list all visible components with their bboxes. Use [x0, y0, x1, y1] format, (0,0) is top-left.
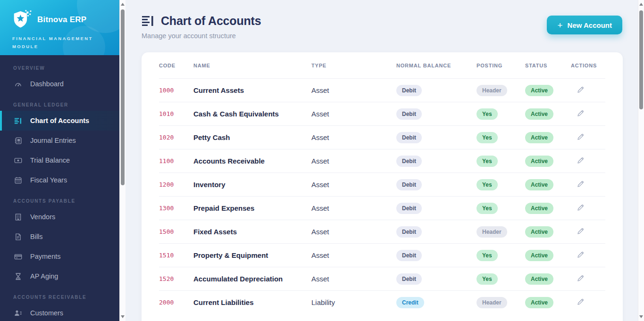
page-scrollbar-thumb[interactable] — [639, 10, 643, 109]
table-row: 2000 Current Liabilities Liability Credi… — [159, 290, 605, 314]
account-name: Accounts Receivable — [193, 157, 311, 165]
sidebar-item-chart-of-accounts[interactable]: Chart of Accounts — [0, 111, 119, 131]
edit-account-button[interactable] — [575, 179, 585, 189]
sidebar-nav: OVERVIEW Dashboard GENERAL LEDGER Chart … — [0, 55, 119, 321]
page-scrollbar[interactable] — [638, 0, 644, 321]
sidebar-section: ACCOUNTS PAYABLE Vendors Bills Payments … — [0, 198, 119, 286]
posting-badge: Yes — [477, 108, 498, 120]
status-badge: Active — [525, 132, 553, 143]
edit-account-button[interactable] — [575, 156, 585, 166]
column-header-code: CODE — [159, 63, 193, 68]
pencil-icon — [577, 227, 585, 235]
edit-account-button[interactable] — [575, 108, 585, 119]
sidebar-section-label: GENERAL LEDGER — [13, 102, 119, 107]
balance-badge: Debit — [396, 179, 422, 190]
account-type: Asset — [311, 157, 396, 165]
pencil-icon — [577, 251, 585, 259]
account-type: Asset — [311, 110, 396, 118]
dashboard-icon — [14, 80, 22, 88]
journal-icon — [14, 137, 22, 145]
table-header-row: CODE NAME TYPE NORMAL BALANCE POSTING ST… — [159, 52, 605, 78]
posting-badge: Header — [477, 85, 507, 96]
edit-account-button[interactable] — [575, 132, 585, 142]
sidebar-item-payments[interactable]: Payments — [0, 247, 119, 266]
sidebar-item-journal-entries[interactable]: Journal Entries — [0, 131, 119, 150]
sidebar-section: GENERAL LEDGER Chart of Accounts Journal… — [0, 102, 119, 190]
account-code: 1000 — [159, 87, 193, 94]
posting-badge: Yes — [477, 250, 498, 261]
sidebar-item-fiscal-years[interactable]: Fiscal Years — [0, 170, 119, 190]
sidebar-item-label: AP Aging — [30, 272, 58, 280]
balance-badge: Debit — [396, 85, 422, 96]
status-badge: Active — [525, 85, 553, 96]
scroll-up-arrow-icon[interactable] — [639, 3, 643, 6]
status-badge: Active — [525, 297, 553, 308]
account-code: 1200 — [159, 181, 193, 188]
sidebar-scrollbar-thumb[interactable] — [121, 9, 125, 185]
account-name: Accumulated Depreciation — [193, 275, 311, 283]
edit-account-button[interactable] — [575, 273, 585, 284]
status-badge: Active — [525, 179, 553, 190]
aging-icon — [14, 272, 22, 280]
balance-badge: Credit — [396, 297, 424, 308]
pencil-icon — [577, 109, 585, 117]
edit-account-button[interactable] — [575, 250, 585, 260]
table-row: 1200 Inventory Asset Debit Yes Active — [159, 173, 605, 196]
account-code: 2000 — [159, 299, 193, 306]
account-code: 1100 — [159, 157, 193, 165]
edit-account-button[interactable] — [575, 203, 585, 213]
customers-icon — [14, 309, 22, 317]
sidebar-scrollbar[interactable] — [119, 0, 125, 321]
column-header-normal-balance: NORMAL BALANCE — [396, 63, 477, 68]
shield-star-logo-icon — [12, 9, 33, 30]
pencil-icon — [577, 156, 585, 165]
plus-icon: + — [557, 21, 562, 30]
edit-account-button[interactable] — [575, 85, 585, 95]
sidebar-section: OVERVIEW Dashboard — [0, 66, 119, 94]
balance-badge: Debit — [396, 132, 422, 143]
table-row: 1500 Fixed Assets Asset Debit Header Act… — [159, 220, 605, 243]
pencil-icon — [577, 298, 585, 306]
account-code: 1520 — [159, 275, 193, 282]
balance-badge: Debit — [396, 108, 422, 120]
sidebar-section-label: OVERVIEW — [13, 66, 119, 71]
account-name: Petty Cash — [193, 133, 311, 141]
edit-account-button[interactable] — [575, 226, 585, 237]
column-header-status: STATUS — [525, 63, 571, 68]
account-name: Fixed Assets — [193, 228, 311, 236]
sidebar-item-ap-aging[interactable]: AP Aging — [0, 266, 119, 286]
balance-badge: Debit — [396, 156, 422, 167]
sidebar-item-label: Payments — [30, 253, 60, 260]
app-window: Bitnova ERP FINANCIAL MANAGEMENT MODULE … — [0, 0, 644, 321]
account-code: 1500 — [159, 228, 193, 235]
app-subtitle: FINANCIAL MANAGEMENT MODULE — [12, 34, 107, 50]
sidebar-item-vendors[interactable]: Vendors — [0, 207, 119, 227]
scroll-up-arrow-icon[interactable] — [121, 3, 125, 6]
sidebar-item-trial-balance[interactable]: Trial Balance — [0, 150, 119, 170]
chart-of-accounts-title-icon — [142, 15, 155, 28]
sidebar-section: ACCOUNTS RECEIVABLE Customers — [0, 295, 119, 321]
account-name: Prepaid Expenses — [193, 204, 311, 212]
account-code: 1300 — [159, 205, 193, 212]
sidebar: Bitnova ERP FINANCIAL MANAGEMENT MODULE … — [0, 0, 119, 321]
bills-icon — [14, 233, 22, 241]
new-account-button[interactable]: + New Account — [547, 16, 622, 34]
posting-badge: Header — [477, 226, 507, 238]
page-title: Chart of Accounts — [161, 14, 261, 28]
scroll-down-arrow-icon[interactable] — [121, 315, 125, 318]
table-body: 1000 Current Assets Asset Debit Header A… — [159, 78, 605, 314]
account-code: 1020 — [159, 134, 193, 141]
scroll-down-arrow-icon[interactable] — [639, 315, 643, 318]
account-name: Current Assets — [193, 86, 311, 94]
posting-badge: Yes — [477, 273, 498, 285]
sidebar-item-label: Trial Balance — [30, 156, 70, 164]
sidebar-item-dashboard[interactable]: Dashboard — [0, 74, 119, 94]
status-badge: Active — [525, 273, 553, 285]
account-type: Asset — [311, 228, 396, 236]
page-subtitle: Manage your account structure — [142, 32, 261, 40]
account-name: Current Liabilities — [193, 298, 311, 306]
pencil-icon — [577, 274, 585, 282]
sidebar-item-bills[interactable]: Bills — [0, 227, 119, 247]
sidebar-item-customers[interactable]: Customers — [0, 303, 119, 321]
edit-account-button[interactable] — [575, 297, 585, 307]
